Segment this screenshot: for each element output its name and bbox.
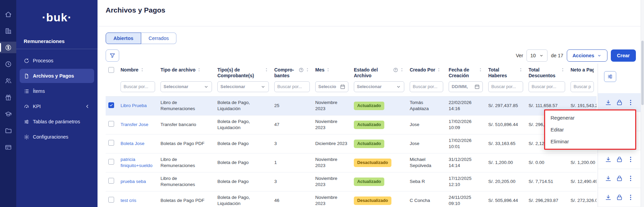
column-filter-select[interactable]: Seleccionar: [354, 81, 404, 92]
column-label[interactable]: Mes: [315, 67, 324, 73]
column-label[interactable]: Creado Por: [410, 67, 435, 73]
rail-item-people[interactable]: [0, 75, 16, 86]
rail-item-payments[interactable]: [0, 141, 16, 153]
month-cell: Noviembre 2023: [313, 191, 351, 207]
sidebar-section-remuneraciones[interactable]: Remuneraciones: [16, 38, 98, 49]
voucher-types-cell: Boleta de Pago, Liquidación: [215, 115, 272, 134]
download-button[interactable]: [605, 156, 612, 163]
sort-icon[interactable]: [436, 67, 441, 72]
rail-item-organization[interactable]: [0, 25, 16, 37]
column-filter-input[interactable]: [488, 81, 523, 92]
rail-item-remunerations[interactable]: [0, 42, 16, 53]
column-filter-input[interactable]: [529, 81, 565, 92]
tab-abiertos[interactable]: Abiertos: [106, 33, 141, 44]
rail-item-training[interactable]: [0, 108, 16, 120]
column-filter-date[interactable]: DD/MM,: [449, 81, 483, 92]
download-button[interactable]: [605, 99, 612, 106]
sidebar-item-configuraciones[interactable]: Configuraciones: [20, 130, 94, 144]
sidebar-item-archivos-y-pagos[interactable]: Archivos y Pagos: [20, 69, 94, 83]
column-label[interactable]: Tipo(s) de Comprobante(s): [217, 67, 263, 79]
params-icon: [607, 74, 613, 80]
column-label[interactable]: Estado del Archivo: [354, 67, 392, 79]
rail-item-documents[interactable]: [0, 125, 16, 136]
sidebar-item-procesos[interactable]: Procesos: [20, 54, 94, 68]
table-settings-button[interactable]: [604, 71, 616, 82]
context-menu-item-editar[interactable]: Editar: [545, 124, 635, 136]
acciones-button[interactable]: Acciones: [567, 49, 607, 62]
column-label[interactable]: Nombre: [121, 67, 138, 73]
vouchers-count-cell: 1: [272, 153, 313, 172]
column-filter-select[interactable]: Seleccionar: [217, 81, 269, 92]
context-menu-item-regenerar[interactable]: Regenerar: [545, 112, 635, 124]
more-options-button[interactable]: [627, 194, 634, 201]
sort-icon[interactable]: [197, 67, 201, 72]
column-filter-input[interactable]: [571, 81, 594, 92]
download-button[interactable]: [605, 175, 612, 182]
row-checkbox[interactable]: [108, 197, 114, 203]
file-name-link[interactable]: Transfer Jose: [121, 122, 148, 127]
sort-icon[interactable]: [326, 67, 330, 72]
more-options-button[interactable]: [627, 156, 634, 163]
created-by-cell: C Concha: [407, 191, 446, 207]
column-filter-input[interactable]: [121, 81, 155, 92]
rail-item-time[interactable]: [0, 58, 16, 70]
vertical-scrollbar[interactable]: [641, 0, 644, 207]
sidebar-item-tablas-de-par-metros[interactable]: Tablas de parámetros: [20, 115, 94, 129]
column-label[interactable]: Compro­bantes: [274, 67, 297, 79]
rail-item-home[interactable]: [0, 8, 16, 20]
sidebar-item--tems[interactable]: Ítems: [20, 84, 94, 98]
column-filter-date[interactable]: Seleccio: [315, 81, 348, 92]
sort-icon[interactable]: [518, 67, 523, 72]
column-label[interactable]: Tipo de archivo: [160, 67, 195, 73]
sidebar-item-kpi[interactable]: KPI: [20, 99, 94, 113]
total-deductions-cell: S/. 296,293.87: [526, 191, 568, 207]
sort-icon[interactable]: [305, 67, 310, 72]
sort-icon[interactable]: [140, 67, 145, 72]
row-checkbox[interactable]: [108, 159, 114, 165]
column-label[interactable]: Total Descuentos: [529, 67, 559, 79]
sort-icon[interactable]: [400, 67, 404, 72]
more-options-button[interactable]: [627, 99, 634, 106]
row-checkbox[interactable]: [108, 140, 114, 146]
lock-button[interactable]: [616, 156, 623, 163]
column-header-9: Total Descuentos: [526, 64, 568, 79]
sort-icon[interactable]: [264, 67, 269, 72]
lock-button[interactable]: [616, 175, 623, 182]
more-options-button[interactable]: [627, 175, 634, 182]
lock-button[interactable]: [616, 194, 623, 201]
sort-icon[interactable]: [560, 67, 565, 72]
file-name-link[interactable]: prueba seba: [121, 179, 146, 184]
file-name-link[interactable]: patricia finiquito+sueldo: [121, 157, 152, 168]
file-name-link[interactable]: Libro Prueba: [121, 103, 147, 108]
column-filter-input[interactable]: [410, 81, 443, 92]
file-name-link[interactable]: test cris: [121, 198, 136, 203]
tab-cerrados[interactable]: Cerrados: [141, 33, 177, 44]
crear-button[interactable]: Crear: [611, 49, 636, 62]
row-checkbox[interactable]: [108, 178, 114, 184]
row-actions: [598, 169, 641, 188]
scrollbar-thumb[interactable]: [641, 41, 644, 105]
lock-button[interactable]: [616, 99, 623, 106]
file-name-link[interactable]: Boleta Jose: [121, 141, 145, 146]
help-icon[interactable]: [393, 67, 398, 73]
page-size-select[interactable]: 10: [527, 49, 548, 62]
rail-item-benefits[interactable]: [0, 91, 16, 103]
help-icon[interactable]: [299, 67, 304, 73]
download-button[interactable]: [605, 194, 612, 201]
sort-icon[interactable]: [478, 67, 483, 72]
net-pay-cell: S/. 272,326.0: [568, 191, 597, 207]
select-all-checkbox[interactable]: [108, 67, 114, 73]
context-menu-item-eliminar[interactable]: Eliminar: [545, 136, 635, 147]
column-label[interactable]: Total Haberes: [488, 67, 517, 79]
column-label[interactable]: Fecha de Creación: [449, 67, 477, 79]
column-label[interactable]: Neto a Pagar: [571, 67, 594, 73]
column-filter-select[interactable]: Seleccionar: [160, 81, 212, 92]
filter-button[interactable]: [106, 49, 119, 62]
row-checkbox[interactable]: [108, 121, 114, 127]
documents-icon: [5, 127, 12, 134]
sidebar-item-label: Configuraciones: [33, 134, 68, 140]
voucher-types-cell: Boleta de Pago: [215, 134, 272, 153]
column-filter-input[interactable]: [274, 81, 310, 92]
row-checkbox[interactable]: [108, 102, 114, 108]
chevron-left-icon[interactable]: [85, 104, 90, 109]
